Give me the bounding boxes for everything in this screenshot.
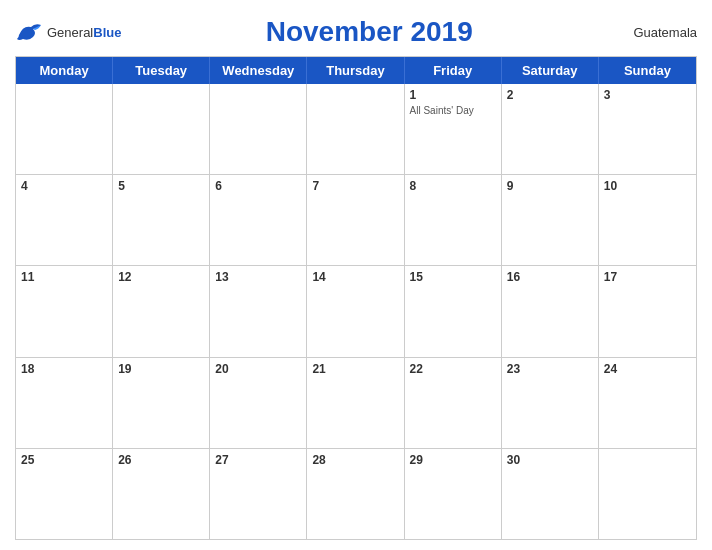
logo: GeneralBlue bbox=[15, 21, 121, 43]
day-cell-5: 5 bbox=[113, 175, 210, 265]
week-row-1: 1 All Saints' Day 2 3 bbox=[16, 84, 696, 174]
week-row-5: 25 26 27 28 29 30 bbox=[16, 448, 696, 539]
day-headers-row: Monday Tuesday Wednesday Thursday Friday… bbox=[16, 57, 696, 84]
day-number: 26 bbox=[118, 453, 204, 467]
day-cell-23: 23 bbox=[502, 358, 599, 448]
day-number: 2 bbox=[507, 88, 593, 102]
day-number: 18 bbox=[21, 362, 107, 376]
calendar-grid: Monday Tuesday Wednesday Thursday Friday… bbox=[15, 56, 697, 540]
day-number: 30 bbox=[507, 453, 593, 467]
event-text: All Saints' Day bbox=[410, 104, 496, 117]
day-number: 27 bbox=[215, 453, 301, 467]
day-number: 15 bbox=[410, 270, 496, 284]
day-cell-30: 30 bbox=[502, 449, 599, 539]
day-cell-14: 14 bbox=[307, 266, 404, 356]
day-cell-7: 7 bbox=[307, 175, 404, 265]
day-number: 16 bbox=[507, 270, 593, 284]
day-cell-21: 21 bbox=[307, 358, 404, 448]
day-cell-29: 29 bbox=[405, 449, 502, 539]
week-row-2: 4 5 6 7 8 9 10 bbox=[16, 174, 696, 265]
day-cell bbox=[16, 84, 113, 174]
day-number: 29 bbox=[410, 453, 496, 467]
day-cell-13: 13 bbox=[210, 266, 307, 356]
day-cell-18: 18 bbox=[16, 358, 113, 448]
day-number: 5 bbox=[118, 179, 204, 193]
header-wednesday: Wednesday bbox=[210, 57, 307, 84]
day-cell-17: 17 bbox=[599, 266, 696, 356]
day-cell bbox=[599, 449, 696, 539]
calendar-weeks: 1 All Saints' Day 2 3 4 5 6 7 bbox=[16, 84, 696, 539]
day-number: 28 bbox=[312, 453, 398, 467]
day-cell-22: 22 bbox=[405, 358, 502, 448]
header-thursday: Thursday bbox=[307, 57, 404, 84]
day-cell-25: 25 bbox=[16, 449, 113, 539]
logo-blue: Blue bbox=[93, 25, 121, 40]
day-cell-20: 20 bbox=[210, 358, 307, 448]
day-number: 11 bbox=[21, 270, 107, 284]
day-number: 17 bbox=[604, 270, 691, 284]
day-number: 24 bbox=[604, 362, 691, 376]
day-cell-6: 6 bbox=[210, 175, 307, 265]
day-cell-28: 28 bbox=[307, 449, 404, 539]
day-cell-3: 3 bbox=[599, 84, 696, 174]
logo-general: General bbox=[47, 25, 93, 40]
day-cell-24: 24 bbox=[599, 358, 696, 448]
country-label: Guatemala bbox=[617, 25, 697, 40]
day-cell-11: 11 bbox=[16, 266, 113, 356]
day-number: 1 bbox=[410, 88, 496, 102]
header-sunday: Sunday bbox=[599, 57, 696, 84]
day-number: 4 bbox=[21, 179, 107, 193]
day-number: 13 bbox=[215, 270, 301, 284]
month-title: November 2019 bbox=[121, 16, 617, 48]
day-cell-15: 15 bbox=[405, 266, 502, 356]
day-number: 20 bbox=[215, 362, 301, 376]
day-cell bbox=[307, 84, 404, 174]
header-friday: Friday bbox=[405, 57, 502, 84]
header-monday: Monday bbox=[16, 57, 113, 84]
day-cell-4: 4 bbox=[16, 175, 113, 265]
day-cell-2: 2 bbox=[502, 84, 599, 174]
day-number: 3 bbox=[604, 88, 691, 102]
day-cell-27: 27 bbox=[210, 449, 307, 539]
day-number: 14 bbox=[312, 270, 398, 284]
day-cell-16: 16 bbox=[502, 266, 599, 356]
day-cell-8: 8 bbox=[405, 175, 502, 265]
day-number: 22 bbox=[410, 362, 496, 376]
day-number: 9 bbox=[507, 179, 593, 193]
week-row-3: 11 12 13 14 15 16 17 bbox=[16, 265, 696, 356]
day-number: 21 bbox=[312, 362, 398, 376]
header-tuesday: Tuesday bbox=[113, 57, 210, 84]
day-number: 8 bbox=[410, 179, 496, 193]
week-row-4: 18 19 20 21 22 23 24 bbox=[16, 357, 696, 448]
day-number: 12 bbox=[118, 270, 204, 284]
day-cell-1: 1 All Saints' Day bbox=[405, 84, 502, 174]
day-number: 7 bbox=[312, 179, 398, 193]
day-cell-9: 9 bbox=[502, 175, 599, 265]
day-cell-12: 12 bbox=[113, 266, 210, 356]
day-cell-19: 19 bbox=[113, 358, 210, 448]
logo-bird-icon bbox=[15, 21, 43, 43]
day-cell bbox=[113, 84, 210, 174]
day-cell-10: 10 bbox=[599, 175, 696, 265]
day-number: 25 bbox=[21, 453, 107, 467]
day-number: 23 bbox=[507, 362, 593, 376]
header-saturday: Saturday bbox=[502, 57, 599, 84]
calendar-header: GeneralBlue November 2019 Guatemala bbox=[15, 10, 697, 56]
day-number: 6 bbox=[215, 179, 301, 193]
day-cell-26: 26 bbox=[113, 449, 210, 539]
day-cell bbox=[210, 84, 307, 174]
day-number: 10 bbox=[604, 179, 691, 193]
day-number: 19 bbox=[118, 362, 204, 376]
logo-text: GeneralBlue bbox=[47, 23, 121, 41]
